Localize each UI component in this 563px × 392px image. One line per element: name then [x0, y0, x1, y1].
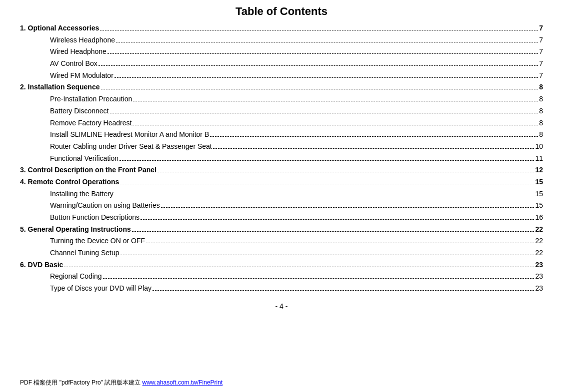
toc-page-21: 23 — [535, 271, 543, 282]
toc-page-1: 7 — [539, 35, 543, 46]
toc-label-4: Wired FM Modulator — [50, 70, 114, 81]
toc-page-2: 7 — [539, 46, 543, 57]
toc-entry-8: Remove Factory Headrest8 — [20, 118, 543, 129]
toc-page-15: 15 — [535, 200, 543, 211]
toc-entry-21: Regional Coding23 — [20, 271, 543, 282]
toc-dots-0 — [100, 30, 538, 30]
toc-label-3: AV Control Box — [50, 58, 98, 69]
toc-dots-7 — [110, 113, 538, 113]
page-title: Table of Contents — [20, 5, 543, 18]
toc-dots-3 — [98, 65, 538, 66]
toc-dots-4 — [114, 77, 538, 78]
footer: PDF 檔案使用 "pdfFactory Pro" 試用版本建立 www.aha… — [20, 379, 222, 387]
toc-label-19: Channel Tuning Setup — [50, 248, 120, 259]
toc-dots-10 — [213, 148, 534, 149]
toc-label-12: 3. Control Description on the Front Pane… — [20, 165, 156, 176]
toc-page-18: 22 — [535, 236, 543, 247]
toc-dots-16 — [140, 219, 534, 220]
toc-entry-3: AV Control Box7 — [20, 58, 543, 69]
toc-page-14: 15 — [535, 189, 543, 200]
toc-dots-11 — [120, 160, 534, 161]
toc-page-0: 7 — [539, 23, 543, 34]
toc-entry-22: Type of Discs your DVD will Play23 — [20, 283, 543, 294]
toc-label-17: 5. General Operating Instructions — [20, 224, 131, 235]
toc-page-10: 10 — [535, 141, 543, 152]
toc-entry-14: Installing the Battery15 — [20, 189, 543, 200]
toc-label-1: Wireless Headphone — [50, 35, 115, 46]
toc-label-18: Turning the Device ON or OFF — [50, 236, 145, 247]
toc-dots-9 — [210, 136, 538, 137]
toc-entry-13: 4. Remote Control Operations15 — [20, 177, 543, 188]
toc-entry-6: Pre-Installation Precaution8 — [20, 94, 543, 105]
toc-page-19: 22 — [535, 248, 543, 259]
toc-entry-1: Wireless Headphone7 — [20, 35, 543, 46]
toc-dots-13 — [120, 184, 534, 184]
toc-label-16: Button Function Descriptions — [50, 212, 140, 223]
toc-entry-12: 3. Control Description on the Front Pane… — [20, 165, 543, 176]
toc-dots-15 — [161, 207, 534, 208]
toc-entry-2: Wired Headphone7 — [20, 46, 543, 57]
toc-container: 1. Optional Accessories7Wireless Headpho… — [20, 23, 543, 294]
toc-dots-21 — [103, 278, 534, 279]
toc-dots-12 — [158, 172, 534, 172]
toc-entry-10: Router Cabling under Driver Seat & Passe… — [20, 141, 543, 152]
page-number: - 4 - — [20, 302, 543, 310]
toc-label-8: Remove Factory Headrest — [50, 118, 132, 129]
toc-entry-15: Warning/Caution on using Batteries15 — [20, 200, 543, 211]
toc-label-6: Pre-Installation Precaution — [50, 94, 132, 105]
toc-dots-22 — [152, 290, 534, 291]
toc-page-13: 15 — [535, 177, 543, 188]
toc-page-5: 8 — [539, 82, 543, 93]
toc-page-11: 11 — [535, 153, 543, 164]
toc-dots-14 — [114, 196, 534, 196]
footer-text: PDF 檔案使用 "pdfFactory Pro" 試用版本建立 — [20, 379, 142, 386]
toc-dots-20 — [64, 267, 534, 267]
toc-label-13: 4. Remote Control Operations — [20, 177, 119, 188]
toc-page-4: 7 — [539, 70, 543, 81]
toc-page-9: 8 — [539, 129, 543, 140]
toc-page-8: 8 — [539, 118, 543, 129]
toc-page-20: 23 — [535, 260, 543, 271]
toc-label-5: 2. Installation Sequence — [20, 82, 100, 93]
toc-entry-0: 1. Optional Accessories7 — [20, 23, 543, 34]
toc-entry-16: Button Function Descriptions16 — [20, 212, 543, 223]
toc-page-7: 8 — [539, 106, 543, 117]
toc-label-14: Installing the Battery — [50, 189, 114, 200]
toc-label-20: 6. DVD Basic — [20, 260, 63, 271]
toc-dots-1 — [116, 42, 538, 42]
toc-label-21: Regional Coding — [50, 271, 102, 282]
toc-dots-17 — [132, 231, 534, 232]
toc-entry-9: Install SLIMLINE Headrest Monitor A and … — [20, 129, 543, 140]
toc-page-6: 8 — [539, 94, 543, 105]
toc-label-2: Wired Headphone — [50, 46, 106, 57]
toc-entry-4: Wired FM Modulator7 — [20, 70, 543, 81]
toc-dots-6 — [133, 101, 538, 101]
toc-dots-18 — [146, 243, 534, 243]
toc-dots-8 — [132, 125, 538, 125]
toc-label-0: 1. Optional Accessories — [20, 23, 99, 34]
toc-label-7: Battery Disconnect — [50, 106, 109, 117]
toc-label-22: Type of Discs your DVD will Play — [50, 283, 152, 294]
toc-page-3: 7 — [539, 58, 543, 69]
toc-dots-5 — [101, 89, 538, 89]
toc-entry-11: Functional Verification11 — [20, 153, 543, 164]
toc-label-10: Router Cabling under Driver Seat & Passe… — [50, 141, 212, 152]
toc-label-11: Functional Verification — [50, 153, 118, 164]
toc-entry-17: 5. General Operating Instructions22 — [20, 224, 543, 235]
toc-entry-5: 2. Installation Sequence8 — [20, 82, 543, 93]
toc-dots-2 — [108, 53, 538, 54]
toc-entry-20: 6. DVD Basic23 — [20, 260, 543, 271]
toc-entry-7: Battery Disconnect8 — [20, 106, 543, 117]
toc-entry-19: Channel Tuning Setup22 — [20, 248, 543, 259]
toc-page-12: 12 — [535, 165, 543, 176]
toc-dots-19 — [120, 255, 534, 255]
toc-label-15: Warning/Caution on using Batteries — [50, 200, 160, 211]
toc-entry-18: Turning the Device ON or OFF22 — [20, 236, 543, 247]
toc-label-9: Install SLIMLINE Headrest Monitor A and … — [50, 129, 209, 140]
toc-page-22: 23 — [535, 283, 543, 294]
toc-page-16: 16 — [535, 212, 543, 223]
footer-link[interactable]: www.ahasoft.com.tw/FinePrint — [142, 379, 223, 386]
toc-page-17: 22 — [535, 224, 543, 235]
